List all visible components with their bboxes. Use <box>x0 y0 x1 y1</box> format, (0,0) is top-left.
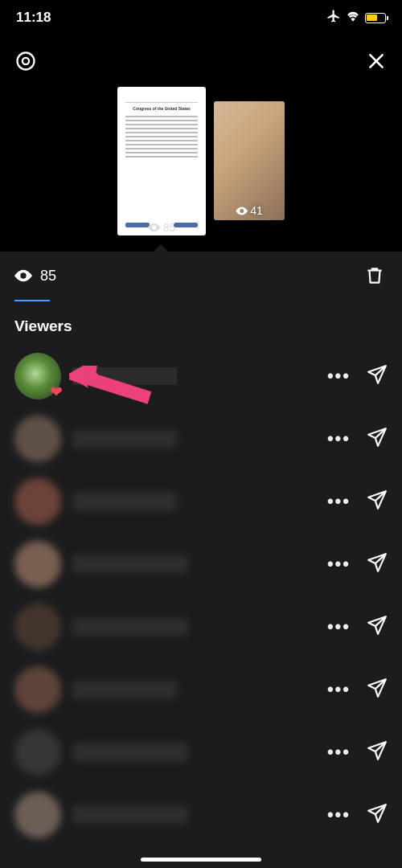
viewer-row: ••• <box>0 533 402 596</box>
more-options-button[interactable]: ••• <box>327 366 351 387</box>
story-thumbnail-views: 41 <box>236 204 263 217</box>
viewer-username[interactable] <box>72 430 177 448</box>
viewer-row: ••• <box>0 596 402 658</box>
story-thumbnail[interactable]: 41 <box>214 101 285 220</box>
avatar[interactable] <box>14 792 61 838</box>
viewer-row: ••• <box>0 658 402 721</box>
svg-point-0 <box>18 53 35 70</box>
status-bar: 11:18 <box>0 0 402 35</box>
airplane-mode-icon <box>326 9 341 27</box>
viewer-row: ❤ ••• <box>0 345 402 407</box>
avatar[interactable] <box>14 541 61 588</box>
story-header: Congress of the United States 85 41 <box>0 35 402 252</box>
viewer-row: ••• <box>0 470 402 533</box>
viewer-username[interactable] <box>72 681 177 698</box>
more-options-button[interactable]: ••• <box>327 428 351 449</box>
story-thumbnail-views: 85 <box>148 221 176 234</box>
more-options-button[interactable]: ••• <box>327 679 351 700</box>
send-button[interactable] <box>367 678 388 702</box>
wifi-icon <box>346 10 360 26</box>
send-button[interactable] <box>367 803 388 827</box>
story-thumbnail-selected[interactable]: Congress of the United States <box>117 87 206 235</box>
delete-button[interactable] <box>362 263 388 289</box>
viewer-username[interactable] <box>72 493 177 510</box>
avatar[interactable] <box>14 604 61 650</box>
viewers-header: Viewers <box>0 301 402 345</box>
settings-button[interactable] <box>13 48 39 74</box>
send-button[interactable] <box>367 740 388 764</box>
heart-icon: ❤ <box>50 383 63 401</box>
more-options-button[interactable]: ••• <box>327 742 351 763</box>
avatar[interactable]: ❤ <box>14 353 61 399</box>
svg-point-1 <box>23 58 29 64</box>
more-options-button[interactable]: ••• <box>327 616 351 637</box>
send-button[interactable] <box>367 615 388 639</box>
viewer-username[interactable] <box>72 743 188 761</box>
viewers-panel: 85 Viewers ❤ ••• ••• <box>0 252 402 868</box>
viewer-username[interactable] <box>72 806 188 824</box>
story-thumbnails: Congress of the United States 85 41 <box>13 79 389 252</box>
avatar[interactable] <box>14 478 61 525</box>
close-button[interactable] <box>363 48 389 74</box>
viewer-username[interactable] <box>72 618 188 636</box>
more-options-button[interactable]: ••• <box>327 554 351 575</box>
more-options-button[interactable]: ••• <box>327 805 351 825</box>
status-time: 11:18 <box>16 10 51 26</box>
avatar[interactable] <box>14 729 61 776</box>
avatar[interactable] <box>14 416 61 462</box>
total-views: 85 <box>14 268 56 285</box>
send-button[interactable] <box>367 364 388 388</box>
viewer-row: ••• <box>0 784 402 846</box>
viewer-row: ••• <box>0 407 402 470</box>
viewer-row: ••• <box>0 721 402 784</box>
send-button[interactable] <box>367 552 388 576</box>
send-button[interactable] <box>367 489 388 514</box>
more-options-button[interactable]: ••• <box>327 491 351 512</box>
send-button[interactable] <box>367 427 388 451</box>
home-indicator[interactable] <box>141 858 261 862</box>
avatar[interactable] <box>14 666 61 713</box>
status-right <box>326 9 386 27</box>
viewer-username[interactable] <box>72 555 188 573</box>
viewer-username[interactable] <box>72 367 177 385</box>
battery-icon <box>365 13 386 23</box>
